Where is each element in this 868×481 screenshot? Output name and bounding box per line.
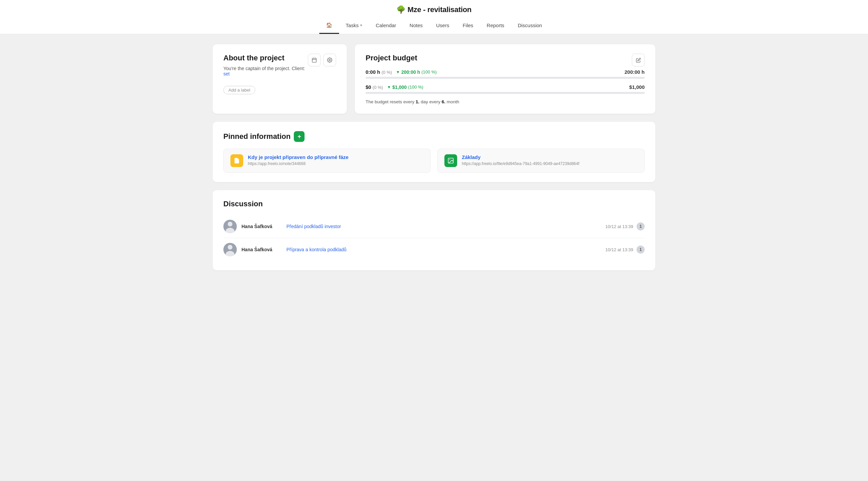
about-card: About the project You're the captain of …: [213, 44, 347, 114]
discussion-meta: 10/12 at 13:39 1: [606, 222, 645, 231]
users-label: Users: [436, 23, 449, 28]
top-row: About the project You're the captain of …: [213, 44, 655, 114]
files-label: Files: [463, 23, 473, 28]
main-nav: 🏠 Tasks ▾ Calendar Notes Users Files Rep…: [13, 17, 855, 34]
gear-icon: [327, 57, 332, 63]
pinned-item-note[interactable]: Kdy je projekt připraven do přípravné fá…: [223, 149, 431, 173]
nav-item-users[interactable]: Users: [429, 17, 456, 34]
nav-item-discussion[interactable]: Discussion: [511, 17, 549, 34]
edit-icon: [636, 58, 641, 63]
home-icon: 🏠: [326, 22, 332, 28]
budget-hours-progress: [366, 77, 645, 79]
pinned-file-icon: [444, 154, 457, 167]
pinned-card: Pinned information + Kdy je projekt přip…: [213, 122, 655, 182]
discussion-badge: 1: [637, 222, 645, 231]
budget-money-values: $0 (0 %) ▼ $1,000 (100 %) $1,000: [366, 84, 645, 90]
discussion-time: 10/12 at 13:39: [606, 224, 633, 229]
pinned-file-title: Základy: [462, 154, 579, 160]
about-subtitle: You're the captain of the project. Clien…: [223, 66, 308, 77]
discussion-card: Discussion Hana Šafková Předání podkladů…: [213, 190, 655, 270]
discussion-link[interactable]: Příprava a kontrola podkladů: [286, 247, 601, 252]
add-label-area: Add a label: [223, 86, 336, 94]
avatar: [223, 220, 237, 233]
budget-money-total: $1,000: [629, 84, 645, 90]
plus-icon: +: [298, 133, 301, 140]
pinned-item-file[interactable]: Základy https://app.freelo.io/file/e9d94…: [437, 149, 645, 173]
pinned-note-content: Kdy je projekt připraven do přípravné fá…: [248, 154, 348, 166]
pinned-note-title: Kdy je projekt připraven do přípravné fá…: [248, 154, 348, 160]
tasks-label: Tasks: [346, 23, 359, 28]
add-pin-button[interactable]: +: [294, 131, 305, 142]
pinned-title: Pinned information: [223, 132, 290, 141]
document-icon: [234, 157, 240, 164]
client-link[interactable]: set: [223, 71, 230, 77]
notes-label: Notes: [409, 23, 423, 28]
app-emoji: 🌳: [397, 5, 405, 14]
pinned-note-url: https://app.freelo.io/note/344668: [248, 161, 348, 166]
budget-hours-row: 0:00 h (0 %) ▼ 200:00 h (100 %) 200:00 h: [366, 69, 645, 79]
budget-hours-values: 0:00 h (0 %) ▼ 200:00 h (100 %) 200:00 h: [366, 69, 645, 75]
avatar: [223, 243, 237, 256]
discussion-link[interactable]: Předání podkladů investor: [286, 224, 601, 229]
image-icon: [447, 157, 454, 164]
budget-hours-total: 200:00 h: [624, 69, 645, 75]
add-label-button[interactable]: Add a label: [223, 86, 255, 94]
budget-hours-current: 0:00 h (0 %): [366, 69, 392, 75]
discussion-time: 10/12 at 13:39: [606, 247, 633, 252]
budget-money-used: ▼ $1,000 (100 %): [387, 85, 423, 90]
budget-header: Project budget: [366, 54, 645, 69]
pinned-file-content: Základy https://app.freelo.io/file/e9d94…: [462, 154, 579, 166]
about-title-area: About the project You're the captain of …: [223, 54, 308, 83]
budget-money-current: $0 (0 %): [366, 84, 383, 90]
nav-item-tasks[interactable]: Tasks ▾: [339, 17, 369, 34]
about-header: About the project You're the captain of …: [223, 54, 336, 83]
pinned-file-url: https://app.freelo.io/file/e9d945ea-79a1…: [462, 161, 579, 166]
svg-point-8: [450, 159, 451, 160]
budget-money-row: $0 (0 %) ▼ $1,000 (100 %) $1,000: [366, 84, 645, 94]
reports-label: Reports: [487, 23, 504, 28]
nav-item-home[interactable]: 🏠: [319, 17, 339, 34]
budget-card: Project budget 0:00 h (0 %) ▼: [355, 44, 655, 114]
discussion-title: Discussion: [223, 200, 645, 208]
pinned-note-icon: [230, 154, 243, 167]
discussion-badge: 1: [637, 245, 645, 253]
budget-hours-left: 0:00 h (0 %) ▼ 200:00 h (100 %): [366, 69, 437, 75]
tasks-chevron-icon: ▾: [360, 23, 362, 28]
discussion-item: Hana Šafková Příprava a kontrola podklad…: [223, 238, 645, 261]
nav-item-reports[interactable]: Reports: [480, 17, 511, 34]
nav-item-calendar[interactable]: Calendar: [369, 17, 403, 34]
budget-title: Project budget: [366, 54, 417, 62]
pinned-items: Kdy je projekt připraven do přípravné fá…: [223, 149, 645, 173]
top-bar: 🌳Mze - revitalisation 🏠 Tasks ▾ Calendar…: [0, 0, 868, 34]
app-title: 🌳Mze - revitalisation: [13, 0, 855, 17]
discussion-user: Hana Šafková: [242, 247, 282, 252]
budget-edit-btn[interactable]: [632, 54, 645, 66]
down-arrow-money-icon: ▼: [387, 85, 391, 90]
down-arrow-icon: ▼: [396, 70, 400, 74]
pinned-header: Pinned information +: [223, 131, 645, 142]
budget-money-left: $0 (0 %) ▼ $1,000 (100 %): [366, 84, 423, 90]
discussion-label: Discussion: [518, 23, 542, 28]
discussion-item: Hana Šafková Předání podkladů investor 1…: [223, 215, 645, 238]
main-content: About the project You're the captain of …: [199, 34, 669, 280]
nav-item-files[interactable]: Files: [456, 17, 480, 34]
about-title: About the project: [223, 54, 308, 62]
budget-note: The budget resets every 1. day every 6. …: [366, 99, 645, 104]
discussion-user: Hana Šafková: [242, 224, 282, 229]
settings-icon-btn[interactable]: [323, 54, 336, 66]
about-actions: [308, 54, 336, 66]
calendar-label: Calendar: [376, 23, 396, 28]
budget-money-progress: [366, 92, 645, 94]
calendar-icon: [312, 57, 317, 63]
nav-item-notes[interactable]: Notes: [403, 17, 429, 34]
budget-hours-used: ▼ 200:00 h (100 %): [396, 69, 437, 75]
calendar-icon-btn[interactable]: [308, 54, 321, 66]
svg-rect-0: [312, 58, 316, 62]
discussion-meta: 10/12 at 13:39 1: [606, 245, 645, 253]
svg-point-4: [329, 59, 330, 61]
